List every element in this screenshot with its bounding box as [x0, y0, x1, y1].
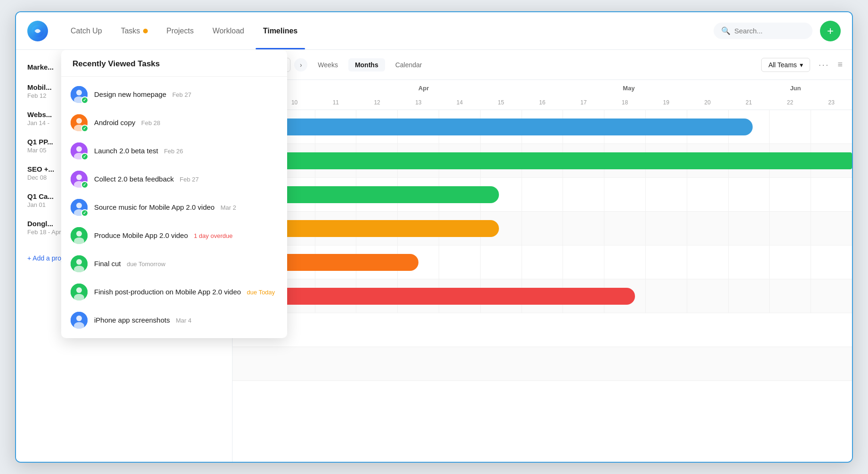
avatar-wrap-4	[71, 171, 88, 188]
all-teams-button[interactable]: All Teams ▾	[761, 58, 810, 72]
date-17: 17	[563, 99, 604, 106]
date-13: 13	[398, 99, 439, 106]
app-window: Catch Up Tasks Projects Workload Timelin…	[15, 11, 853, 463]
nav-tab-tasks[interactable]: Tasks	[113, 23, 155, 39]
nav-tab-projects[interactable]: Projects	[159, 23, 201, 39]
dropdown-title: Recently Viewed Tasks	[61, 50, 287, 77]
task-item-launch-beta[interactable]: Launch 2.0 beta test Feb 26	[61, 137, 287, 165]
avatar-7	[71, 255, 88, 272]
svg-point-26	[76, 316, 82, 321]
avatar-wrap-3	[71, 142, 88, 159]
jun-label: Jun	[790, 85, 801, 92]
task-info-7: Final cut due Tomorrow	[94, 260, 278, 268]
weeks-view-button[interactable]: Weeks	[311, 58, 345, 71]
avatar-wrap-1	[71, 86, 88, 103]
recently-viewed-dropdown: Recently Viewed Tasks Design new homepag…	[61, 50, 287, 338]
gantt-row-7	[233, 313, 852, 347]
task-info-6: Produce Mobile App 2.0 video 1 day overd…	[94, 231, 278, 240]
task-item-final-cut[interactable]: Final cut due Tomorrow	[61, 250, 287, 278]
main-area: Marke... Mobil... Feb 12 Webs... Jan 14 …	[16, 50, 852, 462]
avatar-6	[71, 227, 88, 244]
task-item-android-copy[interactable]: Android copy Feb 28	[61, 109, 287, 137]
svg-point-2	[76, 90, 82, 95]
gantt-row-8	[233, 347, 852, 381]
avatar-wrap-7	[71, 255, 88, 272]
timeline-date-header: Mar Apr May Jun 9 10 11 12 13 14 15 16	[233, 80, 852, 110]
chevron-down-icon: ▾	[800, 61, 803, 69]
date-22: 22	[770, 99, 811, 106]
svg-point-5	[76, 118, 82, 124]
gantt-row-4	[233, 212, 852, 245]
avatar-wrap-5	[71, 199, 88, 216]
calendar-view-button[interactable]: Calendar	[389, 58, 429, 71]
date-23: 23	[811, 99, 852, 106]
header-right: 🔍 +	[714, 21, 841, 41]
task-info-2: Android copy Feb 28	[94, 118, 278, 127]
nav-tab-timelines[interactable]: Timelines	[256, 23, 305, 39]
avatar-check-2	[81, 125, 88, 132]
search-input[interactable]	[734, 27, 805, 35]
avatar-check-4	[81, 181, 88, 189]
date-16: 16	[522, 99, 563, 106]
svg-point-11	[76, 174, 82, 180]
task-info-4: Collect 2.0 beta feedback Feb 27	[94, 175, 278, 183]
gantt-body	[233, 110, 852, 462]
avatar-check-1	[81, 96, 88, 104]
task-info-1: Design new homepage Feb 27	[94, 90, 278, 99]
avatar-wrap-9	[71, 312, 88, 329]
svg-point-23	[76, 287, 82, 293]
gantt-row-6	[233, 279, 852, 313]
timeline-area: ‹ Today › Weeks Months Calendar All Team…	[233, 50, 852, 462]
add-button[interactable]: +	[820, 21, 841, 41]
date-19: 19	[645, 99, 687, 106]
task-item-collect-feedback[interactable]: Collect 2.0 beta feedback Feb 27	[61, 165, 287, 193]
svg-point-8	[76, 146, 82, 152]
gantt-bar-red[interactable]	[233, 288, 635, 305]
avatar-check-5	[81, 209, 88, 217]
avatar-wrap-8	[71, 284, 88, 300]
apr-label: Apr	[418, 85, 429, 92]
task-info-9: iPhone app screenshots Mar 4	[94, 316, 278, 324]
nav-tab-workload[interactable]: Workload	[205, 23, 251, 39]
task-info-5: Source music for Mobile App 2.0 video Ma…	[94, 203, 278, 212]
gantt-bar-green-rounded[interactable]	[264, 186, 499, 203]
gantt-bar-yellow[interactable]	[264, 220, 499, 237]
gantt-row-2	[233, 144, 852, 178]
svg-point-20	[76, 259, 82, 265]
more-options-button[interactable]: ···	[814, 57, 834, 72]
task-item-produce-video[interactable]: Produce Mobile App 2.0 video 1 day overd…	[61, 221, 287, 250]
avatar-wrap-6	[71, 227, 88, 244]
date-11: 11	[315, 99, 356, 106]
task-info-8: Finish post-production on Mobile App 2.0…	[94, 288, 278, 296]
tasks-badge	[143, 29, 148, 33]
gantt-bar-green-wide[interactable]	[233, 152, 852, 169]
search-icon: 🔍	[721, 26, 731, 35]
avatar-8	[71, 284, 88, 300]
may-label: May	[623, 85, 635, 92]
date-14: 14	[439, 99, 481, 106]
task-item-finish-post[interactable]: Finish post-production on Mobile App 2.0…	[61, 278, 287, 306]
task-item-design-homepage[interactable]: Design new homepage Feb 27	[61, 80, 287, 109]
task-item-iphone-screenshots[interactable]: iPhone app screenshots Mar 4	[61, 306, 287, 334]
nav-tab-catchup[interactable]: Catch Up	[63, 23, 110, 39]
date-18: 18	[604, 99, 646, 106]
gantt-row-1	[233, 110, 852, 144]
avatar-check-3	[81, 153, 88, 160]
search-bar[interactable]: 🔍	[714, 23, 812, 39]
date-15: 15	[480, 99, 522, 106]
date-21: 21	[728, 99, 770, 106]
gantt-row-3	[233, 178, 852, 212]
months-view-button[interactable]: Months	[348, 58, 385, 71]
gantt-bar-blue[interactable]	[233, 118, 753, 135]
date-12: 12	[356, 99, 398, 106]
svg-point-14	[76, 203, 82, 208]
task-item-source-music[interactable]: Source music for Mobile App 2.0 video Ma…	[61, 193, 287, 221]
filter-button[interactable]: ≡	[837, 60, 843, 70]
avatar-9	[71, 312, 88, 329]
logo[interactable]	[27, 21, 48, 41]
svg-point-17	[76, 231, 82, 237]
task-list: Design new homepage Feb 27 Android copy	[61, 77, 287, 338]
header: Catch Up Tasks Projects Workload Timelin…	[16, 12, 852, 50]
next-nav-button[interactable]: ›	[294, 58, 307, 71]
task-info-3: Launch 2.0 beta test Feb 26	[94, 147, 278, 155]
